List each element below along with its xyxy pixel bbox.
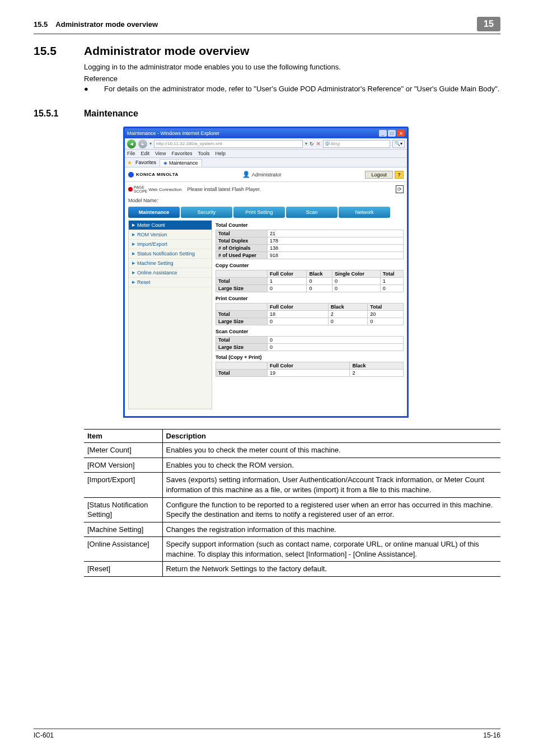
tab-scan[interactable]: Scan	[286, 207, 338, 218]
reference-label: Reference	[84, 74, 500, 83]
favorites-label: Favorites	[135, 160, 156, 165]
table-row: [Machine Setting]Changes the registratio…	[84, 522, 500, 537]
maximize-button[interactable]: □	[388, 130, 396, 137]
table-row: [Online Assistance]Specify support infor…	[84, 537, 500, 562]
pagescope-logo: PAGE SCOPE Web Connection	[128, 185, 182, 193]
table-col-description: Description	[162, 430, 500, 443]
main-tabs: Maintenance Security Print Setting Scan …	[125, 207, 407, 220]
window-titlebar: Maintenance - Windows Internet Explorer …	[125, 128, 407, 138]
table-row: [Meter Count]Enables you to check the me…	[84, 443, 500, 458]
print-counter-table: Full Color Black Total Total18220 Large …	[216, 303, 404, 325]
favorites-icon[interactable]: ★	[127, 160, 132, 166]
header-section-num: 15.5	[34, 20, 48, 29]
subsection-heading: 15.5.1 Maintenance	[34, 109, 500, 119]
close-button[interactable]: ✕	[397, 130, 405, 137]
copy-counter-table: Full Color Black Single Color Total Tota…	[216, 270, 404, 292]
admin-badge: 👤 Administrator	[242, 171, 282, 178]
sub-brand-row: PAGE SCOPE Web Connection Please install…	[125, 182, 407, 197]
refresh-addr-icon[interactable]: ↻	[310, 141, 314, 147]
nav-back-button[interactable]: ◄	[127, 139, 136, 148]
table-col-item: Item	[84, 430, 162, 443]
sidebar-item-reset[interactable]: ▶Reset	[129, 278, 212, 287]
sidebar-item-machine-setting[interactable]: ▶Machine Setting	[129, 259, 212, 268]
help-button[interactable]: ?	[395, 171, 404, 179]
tab-network[interactable]: Network	[339, 207, 390, 218]
brand-logo-icon	[128, 172, 134, 178]
go-button-dropdown[interactable]: ▾	[305, 141, 307, 146]
browser-tab[interactable]: ◈ Maintenance	[160, 159, 202, 166]
subsection-title: Maintenance	[84, 109, 138, 119]
tab-print-setting[interactable]: Print Setting	[233, 207, 285, 218]
menu-edit[interactable]: Edit	[141, 151, 150, 156]
menu-view[interactable]: View	[155, 151, 166, 156]
sidebar-item-status-notification[interactable]: ▶Status Notification Setting	[129, 249, 212, 259]
brand-text: KONICA MINOLTA	[136, 172, 220, 177]
tab-security[interactable]: Security	[181, 207, 232, 218]
scan-counter-title: Scan Counter	[216, 329, 404, 334]
sidebar-item-meter-count[interactable]: ▶Meter Count	[129, 221, 212, 230]
menu-bar: File Edit View Favorites Tools Help	[125, 150, 407, 158]
total-counter-table: Total21 Total Duplex178 # of Originals13…	[216, 230, 404, 259]
total-copy-print-title: Total (Copy + Print)	[216, 354, 404, 360]
screenshot-window: Maintenance - Windows Internet Explorer …	[123, 127, 409, 418]
section-heading: 15.5 Administrator mode overview	[34, 44, 500, 58]
logout-button[interactable]: Logout	[365, 171, 393, 179]
address-bar-row: ◄ ▸ ▾ http://10.11.32.180/a_system.xml ▾…	[125, 138, 407, 150]
favorites-bar: ★ Favorites ◈ Maintenance	[125, 158, 407, 167]
window-title: Maintenance - Windows Internet Explorer	[127, 130, 379, 136]
scan-counter-table: Total0 Large Size0	[216, 336, 404, 351]
menu-tools[interactable]: Tools	[198, 151, 209, 156]
table-row: [Import/Export]Saves (exports) setting i…	[84, 473, 500, 497]
nav-dropdown-icon[interactable]: ▾	[149, 141, 152, 146]
reference-bullet: ● For details on the administrator mode,…	[84, 84, 500, 94]
subsection-number: 15.5.1	[34, 109, 84, 119]
page-footer: IC-601 15-16	[34, 729, 500, 739]
minimize-button[interactable]: _	[379, 130, 387, 137]
tab-maintenance[interactable]: Maintenance	[128, 207, 180, 218]
header-title: Administrator mode overview	[55, 20, 477, 29]
description-table: Item Description [Meter Count]Enables yo…	[84, 429, 500, 576]
table-row: [ROM Version]Enables you to check the RO…	[84, 458, 500, 473]
footer-page-number: 15-16	[483, 731, 500, 739]
sidebar-item-rom-version[interactable]: ▶ROM Version	[129, 230, 212, 240]
table-row: [Reset]Return the Network Settings to th…	[84, 562, 500, 577]
header-chapter-tab: 15	[477, 17, 500, 31]
menu-favorites[interactable]: Favorites	[171, 151, 192, 156]
sidebar-item-online-assistance[interactable]: ▶Online Assistance	[129, 268, 212, 278]
menu-file[interactable]: File	[127, 151, 135, 156]
intro-text: Logging in to the administrator mode ena…	[84, 62, 500, 72]
running-header: 15.5 Administrator mode overview 15	[34, 17, 500, 34]
stop-icon[interactable]: ✕	[316, 141, 321, 147]
sidebar-item-import-export[interactable]: ▶Import/Export	[129, 240, 212, 249]
search-box[interactable]: ⓑ Bing	[323, 140, 390, 148]
total-counter-title: Total Counter	[216, 222, 404, 228]
flash-message: Please install latest Flash Player.	[188, 186, 261, 192]
search-go-button[interactable]: 🔍▾	[392, 140, 405, 148]
panel-refresh-icon[interactable]: ⟳	[396, 185, 404, 193]
user-icon: 👤	[242, 171, 250, 178]
copy-counter-title: Copy Counter	[216, 263, 404, 268]
nav-forward-button[interactable]: ▸	[138, 139, 147, 148]
print-counter-title: Print Counter	[216, 296, 404, 301]
search-provider-icon: ⓑ	[325, 141, 330, 147]
address-bar[interactable]: http://10.11.32.180/a_system.xml	[154, 140, 303, 148]
tab-page-icon: ◈	[163, 160, 167, 166]
bullet-text: For details on the administrator mode, r…	[104, 84, 500, 94]
page-content: KONICA MINOLTA 👤 Administrator Logout ? …	[125, 167, 407, 416]
bullet-mark: ●	[84, 84, 104, 94]
total-copy-print-table: Full Color Black Total192	[216, 362, 404, 377]
table-row: [Status Notification Setting]Configure t…	[84, 497, 500, 522]
brand-header: KONICA MINOLTA 👤 Administrator Logout ?	[125, 167, 407, 182]
menu-help[interactable]: Help	[215, 151, 226, 156]
section-number: 15.5	[34, 44, 84, 58]
side-nav: ▶Meter Count ▶ROM Version ▶Import/Export…	[128, 220, 212, 409]
section-title: Administrator mode overview	[84, 44, 249, 58]
model-name: Model Name:	[125, 197, 407, 207]
maintenance-panel: Total Counter Total21 Total Duplex178 # …	[216, 220, 404, 409]
footer-model: IC-601	[34, 731, 54, 739]
